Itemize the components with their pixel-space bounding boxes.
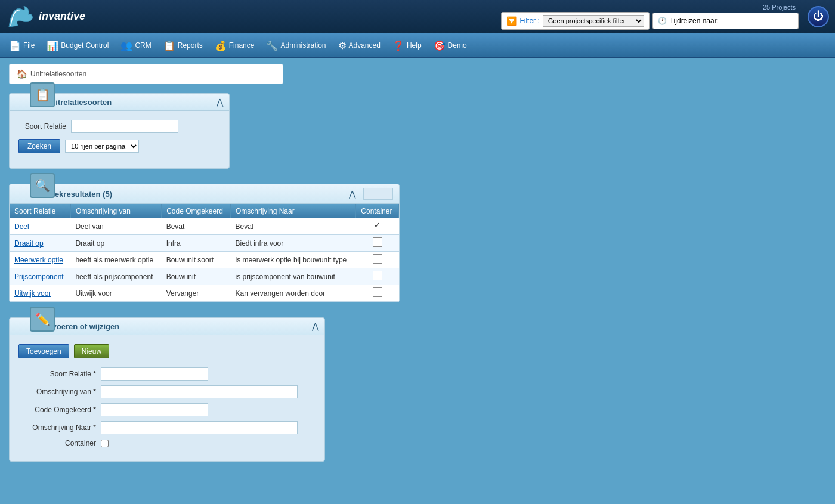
results-panel-collapse[interactable]: ⋀	[349, 189, 355, 199]
nav-label-advanced: Advanced	[349, 41, 381, 50]
nav-label-demo: Demo	[448, 41, 467, 50]
nav-label-administration: Administration	[280, 41, 326, 50]
table-row: Prijscomponent heeft als prijscomponent …	[10, 268, 399, 285]
soort-link[interactable]: Meerwerk optie	[14, 256, 63, 264]
filter-link[interactable]: Filter :	[519, 17, 539, 25]
tijdreizen-input[interactable]	[722, 16, 793, 26]
home-icon[interactable]: 🏠	[17, 69, 27, 79]
soort-link[interactable]: Draait op	[14, 239, 44, 248]
cell-code: Bouwunit	[162, 268, 231, 285]
logo-text: invantive	[39, 10, 85, 23]
cell-soort[interactable]: Meerwerk optie	[10, 252, 70, 268]
toevoegen-button[interactable]: Toevoegen	[18, 344, 69, 358]
col-soort-relatie: Soort Relatie	[10, 204, 70, 218]
entry-container-label: Container	[18, 439, 96, 447]
cell-omschrijving-naar: Bevat	[231, 218, 356, 235]
nav-item-demo[interactable]: 🎯 Demo	[428, 37, 473, 54]
nav-item-file[interactable]: 📄 File	[3, 37, 41, 54]
nav-label-budget-control: Budget Control	[61, 41, 109, 50]
cell-omschrijving-naar: Kan vervangen worden door	[231, 285, 356, 302]
nav-item-administration[interactable]: 🔧 Administration	[260, 37, 332, 54]
project-count: 25 Projects	[763, 4, 796, 11]
finance-icon: 💰	[215, 40, 227, 51]
nav-item-help[interactable]: ❓ Help	[386, 37, 428, 54]
cell-soort[interactable]: Draait op	[10, 235, 70, 252]
col-omschrijving-van: Omschrijving van	[70, 204, 161, 218]
nav-label-finance: Finance	[229, 41, 255, 50]
filter-icon: 🔽	[506, 16, 517, 26]
cell-container	[356, 218, 399, 235]
budget-control-icon: 📊	[47, 40, 58, 51]
nav-item-advanced[interactable]: ⚙ Advanced	[332, 37, 386, 54]
nav-label-file: File	[23, 41, 35, 50]
col-omschrijving-naar: Omschrijving Naar	[231, 204, 356, 218]
nav-item-crm[interactable]: 👥 CRM	[115, 37, 157, 54]
cell-code: Bevat	[162, 218, 231, 235]
results-panel-title: Zoekresultaten (5)	[45, 190, 344, 199]
entry-panel-header: Invoeren of wijzigen ⋀	[10, 318, 324, 335]
soort-relatie-label: Soort Relatie	[18, 122, 66, 131]
entry-panel-collapse[interactable]: ⋀	[312, 321, 318, 331]
filter-select[interactable]: Geen projectspecifiek filter	[543, 15, 644, 27]
nav-item-finance[interactable]: 💰 Finance	[209, 37, 261, 54]
nav-item-reports[interactable]: 📋 Reports	[157, 37, 209, 54]
col-container: Container	[356, 204, 399, 218]
cell-soort[interactable]: Deel	[10, 218, 70, 235]
cell-omschrijving-van: Deel van	[70, 218, 161, 235]
power-button[interactable]: ⏻	[808, 6, 829, 27]
nav-item-budget-control[interactable]: 📊 Budget Control	[41, 37, 115, 54]
file-icon: 📄	[9, 40, 21, 51]
nieuw-button[interactable]: Nieuw	[74, 344, 109, 358]
col-code-omgekeerd: Code Omgekeerd	[162, 204, 231, 218]
entry-omschrijving-van-label: Omschrijving van *	[18, 388, 96, 396]
zoeken-button[interactable]: Zoeken	[18, 139, 60, 153]
entry-panel-icon: ✏️	[30, 307, 55, 332]
cell-omschrijving-van: heeft als prijscomponent	[70, 268, 161, 285]
entry-soort-relatie-label: Soort Relatie *	[18, 370, 96, 378]
soort-link[interactable]: Deel	[14, 222, 29, 231]
container-checkbox	[373, 271, 382, 280]
soort-relatie-input[interactable]	[71, 120, 178, 133]
results-panel-header: Zoekresultaten (5) ⋀	[10, 184, 399, 204]
cell-omschrijving-naar: is prijscomponent van bouwunit	[231, 268, 356, 285]
breadcrumb-text: Unitrelatiesoorten	[30, 70, 86, 78]
entry-container-checkbox[interactable]	[101, 440, 109, 447]
breadcrumb: 🏠 Unitrelatiesoorten	[9, 64, 283, 84]
cell-omschrijving-naar: is meerwerk optie bij bouwunit type	[231, 252, 356, 268]
container-checkbox	[373, 237, 382, 247]
cell-omschrijving-naar: Biedt infra voor	[231, 235, 356, 252]
cell-container	[356, 285, 399, 302]
entry-soort-relatie-input[interactable]	[101, 367, 208, 381]
entry-panel-title: Invoeren of wijzigen	[45, 322, 307, 331]
results-panel: Zoekresultaten (5) ⋀ Soort Relatie Omsch…	[9, 184, 400, 302]
cell-omschrijving-van: Draait op	[70, 235, 161, 252]
soort-link[interactable]: Prijscomponent	[14, 273, 64, 281]
entry-omschrijving-naar-input[interactable]	[101, 421, 298, 434]
search-panel-title: Unitrelatiesoorten	[45, 98, 212, 107]
help-icon: ❓	[392, 40, 404, 51]
navbar: 📄 File 📊 Budget Control 👥 CRM 📋 Reports …	[0, 33, 835, 58]
crm-icon: 👥	[120, 40, 132, 51]
entry-code-omgekeerd-input[interactable]	[101, 403, 208, 416]
cell-soort[interactable]: Uitwijk voor	[10, 285, 70, 302]
table-row: Deel Deel van Bevat Bevat	[10, 218, 399, 235]
results-table: Soort Relatie Omschrijving van Code Omge…	[10, 204, 399, 302]
entry-omschrijving-van-input[interactable]	[101, 385, 298, 398]
cell-code: Infra	[162, 235, 231, 252]
rows-per-page-select[interactable]: 10 rijen per pagina 25 rijen per pagina …	[65, 140, 139, 153]
cell-code: Vervanger	[162, 285, 231, 302]
results-panel-icon: 🔍	[30, 173, 55, 198]
tijdreizen-label: Tijdreizen naar:	[670, 17, 719, 25]
soort-link[interactable]: Uitwijk voor	[14, 289, 51, 298]
search-panel-collapse[interactable]: ⋀	[217, 97, 223, 107]
demo-icon: 🎯	[434, 40, 446, 51]
entry-code-omgekeerd-label: Code Omgekeerd *	[18, 406, 96, 414]
container-checkbox	[373, 287, 382, 297]
table-row: Meerwerk optie heeft als meerwerk optie …	[10, 252, 399, 268]
power-icon: ⏻	[813, 10, 824, 23]
entry-omschrijving-naar-label: Omschrijving Naar *	[18, 423, 96, 432]
cell-code: Bouwunit soort	[162, 252, 231, 268]
search-panel-icon: 📋	[30, 82, 55, 107]
logo: invantive	[6, 3, 85, 30]
cell-soort[interactable]: Prijscomponent	[10, 268, 70, 285]
